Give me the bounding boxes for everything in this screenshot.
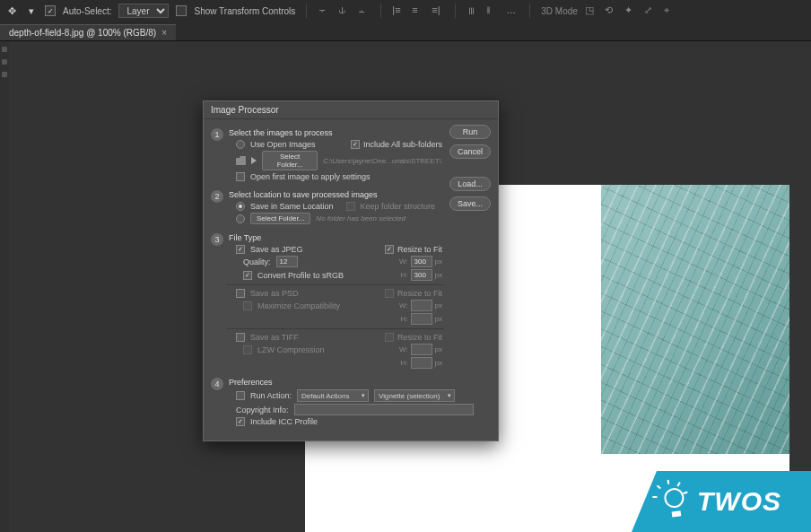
document-tab[interactable]: depth-of-field-8.jpg @ 100% (RGB/8) × xyxy=(0,24,176,40)
include-subfolders-label: Include All sub-folders xyxy=(363,140,442,149)
select-folder-button[interactable]: Select Folder... xyxy=(262,151,318,170)
toolbar-separator xyxy=(380,4,381,18)
open-first-image-checkbox[interactable] xyxy=(236,172,245,181)
jpeg-width-input[interactable] xyxy=(411,256,432,267)
more-align-icon[interactable]: … xyxy=(506,4,519,17)
tool-preset-chevron-icon[interactable]: ▾ xyxy=(25,4,38,17)
strip-mark xyxy=(2,59,7,65)
toolbar-separator xyxy=(529,4,530,18)
selected-folder-path: C:\Users\jayne\One...orials\STREET\Test xyxy=(323,157,442,165)
distribute-h-icon[interactable]: ⫼ xyxy=(467,4,479,17)
strip-mark xyxy=(2,47,7,52)
left-toolstrip xyxy=(0,41,9,532)
save-jpeg-label: Save as JPEG xyxy=(250,245,303,254)
icc-profile-label: Include ICC Profile xyxy=(250,417,318,426)
step-number-2: 2 xyxy=(211,190,223,203)
distribute-v-icon[interactable]: ⫵ xyxy=(486,4,499,17)
tiff-width-input xyxy=(411,344,432,355)
move-tool-icon[interactable]: ✥ xyxy=(5,4,18,17)
convert-srgb-checkbox[interactable] xyxy=(243,271,252,280)
psd-resize-checkbox xyxy=(385,289,394,298)
run-button[interactable]: Run xyxy=(449,125,491,139)
px-label: px xyxy=(435,271,442,279)
action-set-dropdown[interactable]: Default Actions xyxy=(297,389,369,402)
align-right-icon[interactable]: ≡| xyxy=(432,4,444,17)
align-hcenter-icon[interactable]: ≡ xyxy=(412,4,424,17)
px-label: px xyxy=(435,257,442,266)
save-button[interactable]: Save... xyxy=(449,196,491,211)
mode3d-icon: ⌖ xyxy=(664,4,676,17)
save-tiff-checkbox[interactable] xyxy=(236,333,245,342)
auto-select-checkbox[interactable] xyxy=(45,5,56,16)
show-transform-label: Show Transform Controls xyxy=(194,6,295,16)
align-left-icon[interactable]: |≡ xyxy=(392,4,405,17)
strip-mark xyxy=(2,72,7,77)
copyright-label: Copyright Info: xyxy=(236,406,289,414)
jpeg-quality-label: Quality: xyxy=(243,257,271,266)
no-folder-text: No folder has been selected xyxy=(316,214,406,222)
keep-folder-label: Keep folder structure xyxy=(361,202,436,211)
lzw-label: LZW Compression xyxy=(257,345,325,354)
psd-height-input xyxy=(411,313,432,325)
max-compat-checkbox xyxy=(243,301,252,310)
max-compat-label: Maximize Compatibility xyxy=(257,301,340,310)
jpeg-quality-input[interactable] xyxy=(276,256,298,267)
save-psd-label: Save as PSD xyxy=(250,289,299,298)
mode3d-icon: ✦ xyxy=(624,4,637,17)
align-bottom-icon[interactable]: ⫠ xyxy=(357,4,370,17)
mode-3d-label: 3D Mode xyxy=(541,6,578,16)
jpeg-height-input[interactable] xyxy=(411,269,432,281)
keep-folder-checkbox xyxy=(346,202,355,211)
save-psd-checkbox[interactable] xyxy=(236,289,245,298)
tiff-height-input xyxy=(411,357,432,369)
px-label: px xyxy=(435,301,442,310)
select-save-folder-radio[interactable] xyxy=(236,214,245,223)
lightbulb-icon xyxy=(659,486,690,517)
save-tiff-label: Save as TIFF xyxy=(250,333,299,342)
bridge-icon[interactable] xyxy=(251,157,257,164)
show-transform-checkbox[interactable] xyxy=(176,5,187,16)
icc-profile-checkbox[interactable] xyxy=(236,417,245,426)
load-button[interactable]: Load... xyxy=(449,177,491,191)
use-open-images-radio[interactable] xyxy=(236,140,245,149)
step-number-3: 3 xyxy=(211,233,223,246)
step3-section: 3 File Type Save as JPEG Resize to Fit Q… xyxy=(211,230,491,374)
tiff-resize-label: Resize to Fit xyxy=(397,333,442,342)
align-vcenter-icon[interactable]: ⫝ xyxy=(337,4,350,17)
toolbar-separator xyxy=(455,4,456,18)
image-processor-dialog: Image Processor Run Cancel Load... Save.… xyxy=(203,100,499,441)
mode3d-icon: ⤢ xyxy=(644,4,657,17)
step3-title: File Type xyxy=(229,233,442,242)
px-label: px xyxy=(435,315,442,323)
filetype-divider xyxy=(227,328,444,329)
cancel-button[interactable]: Cancel xyxy=(449,144,491,159)
px-label: px xyxy=(435,359,442,367)
include-subfolders-checkbox[interactable] xyxy=(351,140,360,149)
folder-icon xyxy=(236,156,246,165)
action-name-dropdown[interactable]: Vignette (selection) xyxy=(374,389,455,402)
px-label: px xyxy=(435,345,442,353)
tiff-resize-checkbox xyxy=(385,333,394,342)
document-tab-bar: depth-of-field-8.jpg @ 100% (RGB/8) × xyxy=(0,22,811,41)
copyright-input[interactable] xyxy=(294,404,474,415)
dialog-title: Image Processor xyxy=(204,101,498,119)
auto-select-label: Auto-Select: xyxy=(63,6,111,16)
jpeg-resize-checkbox[interactable] xyxy=(385,245,394,254)
mode3d-icon: ◳ xyxy=(585,4,597,17)
save-select-folder-button[interactable]: Select Folder... xyxy=(250,213,310,224)
step-number-4: 4 xyxy=(211,378,223,390)
use-open-images-label: Use Open Images xyxy=(250,140,316,149)
lzw-checkbox xyxy=(243,345,252,354)
align-top-icon[interactable]: ⫟ xyxy=(318,4,330,17)
same-location-radio[interactable] xyxy=(236,202,245,211)
same-location-label: Save in Same Location xyxy=(250,202,334,211)
convert-srgb-label: Convert Profile to sRGB xyxy=(257,271,344,280)
auto-select-dropdown[interactable]: Layer xyxy=(118,4,169,18)
save-jpeg-checkbox[interactable] xyxy=(236,245,245,254)
run-action-checkbox[interactable] xyxy=(236,391,245,400)
toolbar-separator xyxy=(306,4,307,18)
close-icon[interactable]: × xyxy=(161,28,167,38)
jpeg-resize-label: Resize to Fit xyxy=(397,245,442,254)
open-first-image-label: Open first image to apply settings xyxy=(250,172,371,181)
run-action-label: Run Action: xyxy=(250,391,292,400)
